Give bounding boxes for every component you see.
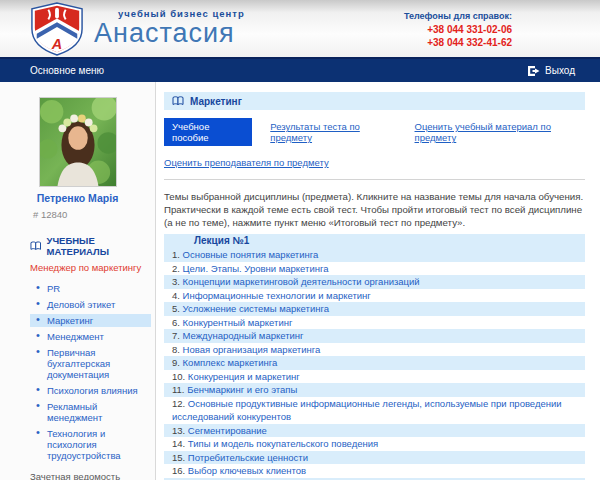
topic-number: 11. <box>172 384 187 395</box>
topic-row: 11. Бенчмаркинг и его этапы <box>164 383 585 397</box>
topic-number: 16. <box>172 465 188 476</box>
topic-link[interactable]: Информационные технологии и маркетинг <box>183 290 371 301</box>
topic-row: 3. Концепции маркетинговой деятельности … <box>164 275 585 289</box>
sidebar-course-link[interactable]: Менеджмент <box>30 330 151 343</box>
extra-links: Зачетная ведомостьДипломная работаАдмини… <box>30 471 155 480</box>
intro-text: Темы выбранной дисциплины (предмета). Кл… <box>164 190 585 229</box>
topic-link[interactable]: Комплекс маркетинга <box>183 357 278 368</box>
topic-number: 3. <box>172 276 183 287</box>
logout-button[interactable]: Выход <box>527 65 575 77</box>
topic-link[interactable]: Конкурентный маркетинг <box>183 317 293 328</box>
sidebar: Петренко Марія # 12840 УЧЕБНЫЕ МАТЕРИАЛЫ… <box>0 82 156 480</box>
topic-number: 12. <box>172 398 188 409</box>
topics-list: Лекция №11. Основные понятия маркетинга2… <box>164 234 585 480</box>
topic-row: 7. Международный маркетинг <box>164 329 585 343</box>
topic-row: 14. Типы и модель покупательского поведе… <box>164 437 585 451</box>
topic-number: 7. <box>172 330 183 341</box>
topic-number: 14. <box>172 438 188 449</box>
logout-icon <box>527 65 540 77</box>
subject-header: Маркетинг <box>164 92 585 110</box>
topic-link[interactable]: Концепции маркетинговой деятельности орг… <box>183 276 420 287</box>
book-icon <box>172 96 184 106</box>
topic-number: 4. <box>172 290 183 301</box>
topic-link[interactable]: Сегментирование <box>188 425 267 436</box>
logout-label: Выход <box>545 65 575 76</box>
topic-row: 5. Усложнение системы маркетинга <box>164 302 585 316</box>
topic-row: 2. Цели. Этапы. Уровни маркетинга <box>164 262 585 276</box>
sidebar-course-link[interactable]: Психология влияния <box>30 384 151 397</box>
topic-number: 13. <box>172 425 188 436</box>
topic-link[interactable]: Потребительские ценности <box>188 452 308 463</box>
tab-link[interactable]: Оценить учебный материал по предмету <box>415 121 585 143</box>
user-photo <box>39 97 117 187</box>
topic-link[interactable]: Конкуренция и маркетинг <box>188 371 300 382</box>
logo-shield-icon: А <box>26 2 88 56</box>
topic-link[interactable]: Цели. Этапы. Уровни маркетинга <box>183 263 329 274</box>
lecture-heading: Лекция №1 <box>164 234 585 248</box>
tabs-row: Оценить преподавателя по предмету <box>164 152 585 170</box>
divider <box>164 179 585 180</box>
book-icon <box>30 241 41 251</box>
user-name[interactable]: Петренко Марія <box>0 192 155 204</box>
sidebar-extra-link[interactable]: Зачетная ведомость <box>30 471 155 480</box>
svg-text:А: А <box>51 36 62 52</box>
user-id: # 12840 <box>33 209 155 220</box>
tabs-row: Учебное пособие Результаты теста по пред… <box>164 118 585 146</box>
topic-number: 15. <box>172 452 188 463</box>
sidebar-course-link[interactable]: Первичная бухгалтерская документация <box>30 346 151 381</box>
main-content: Маркетинг Учебное пособие Результаты тес… <box>157 82 600 480</box>
sidebar-course-link[interactable]: Рекламный менеджмент <box>30 400 151 424</box>
sidebar-course-link[interactable]: Технология и психология трудоустройства <box>30 427 151 462</box>
topic-row: 9. Комплекс маркетинга <box>164 356 585 370</box>
phones-label: Телефоны для справок: <box>404 11 512 21</box>
tab-study-guide[interactable]: Учебное пособие <box>164 118 252 146</box>
top-menubar: Основное меню Выход <box>0 57 600 82</box>
topic-link[interactable]: Усложнение системы маркетинга <box>183 303 329 314</box>
topic-number: 8. <box>172 344 183 355</box>
topic-link[interactable]: Основные понятия маркетинга <box>183 249 319 260</box>
topic-row: 16. Выбор ключевых клиентов <box>164 464 585 478</box>
topic-link[interactable]: Основные продуктивные информационные лег… <box>172 398 562 423</box>
topic-link[interactable]: Международный маркетинг <box>183 330 304 341</box>
phone-number: +38 044 331-02-06 <box>404 23 512 36</box>
materials-title: УЧЕБНЫЕ МАТЕРИАЛЫ <box>46 235 155 257</box>
topic-link[interactable]: Типы и модель покупательского поведения <box>188 438 378 449</box>
topic-row: 12. Основные продуктивные информационные… <box>164 397 585 424</box>
topic-number: 10. <box>172 371 188 382</box>
sidebar-course-link[interactable]: PR <box>30 282 151 295</box>
topic-number: 9. <box>172 357 183 368</box>
topic-row: 1. Основные понятия маркетинга <box>164 248 585 262</box>
topic-row: 6. Конкурентный маркетинг <box>164 316 585 330</box>
materials-section-header: УЧЕБНЫЕ МАТЕРИАЛЫ <box>30 235 155 257</box>
main-menu-button[interactable]: Основное меню <box>30 65 104 76</box>
tab-link[interactable]: Оценить преподавателя по предмету <box>164 157 329 168</box>
phones-block: Телефоны для справок: +38 044 331-02-06 … <box>404 11 512 49</box>
topic-number: 2. <box>172 263 183 274</box>
topic-row: 4. Информационные технологии и маркетинг <box>164 289 585 303</box>
topic-link[interactable]: Выбор ключевых клиентов <box>188 465 306 476</box>
topic-row: 8. Новая организация маркетинга <box>164 343 585 357</box>
phone-number: +38 044 332-41-62 <box>404 36 512 49</box>
topic-number: 5. <box>172 303 183 314</box>
topic-number: 1. <box>172 249 183 260</box>
materials-list: PRДеловой этикетМаркетингМенеджментПерви… <box>30 282 151 462</box>
materials-subtitle: Менеджер по маркетингу <box>30 262 155 273</box>
topic-link[interactable]: Бенчмаркинг и его этапы <box>187 384 297 395</box>
topic-number: 6. <box>172 317 183 328</box>
topic-row: 10. Конкуренция и маркетинг <box>164 370 585 384</box>
site-header: А учебный бизнес центр Анастасия Телефон… <box>0 0 600 57</box>
brand: учебный бизнес центр Анастасия <box>94 8 245 47</box>
brand-name: Анастасия <box>94 19 245 47</box>
sidebar-course-link[interactable]: Маркетинг <box>30 314 151 327</box>
sidebar-course-link[interactable]: Деловой этикет <box>30 298 151 311</box>
tab-link[interactable]: Результаты теста по предмету <box>270 121 396 143</box>
topic-row: 15. Потребительские ценности <box>164 451 585 465</box>
topic-link[interactable]: Новая организация маркетинга <box>183 344 321 355</box>
topic-row: 13. Сегментирование <box>164 424 585 438</box>
subject-title: Маркетинг <box>190 96 242 107</box>
